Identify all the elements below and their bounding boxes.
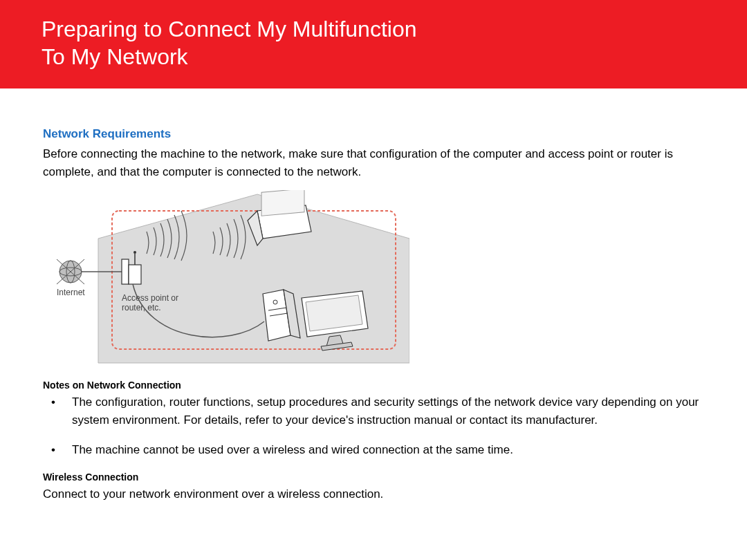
slide-title: Preparing to Connect My Multifunction To… bbox=[42, 15, 706, 71]
notes-list: The configuration, router functions, set… bbox=[43, 393, 704, 459]
page-number: 4 bbox=[717, 536, 723, 550]
svg-rect-9 bbox=[261, 190, 304, 216]
page-body: Network Requirements Before connecting t… bbox=[0, 88, 747, 560]
wireless-paragraph: Connect to your network environment over… bbox=[43, 485, 704, 503]
svg-rect-5 bbox=[122, 259, 129, 284]
internet-label: Internet bbox=[57, 288, 85, 297]
network-diagram: Internet Access point or router, etc. bbox=[50, 190, 409, 367]
svg-point-8 bbox=[133, 251, 136, 254]
internet-globe-icon bbox=[57, 259, 84, 284]
section-title: Network Requirements bbox=[43, 127, 704, 141]
notes-heading: Notes on Network Connection bbox=[43, 380, 704, 391]
title-line-2: To My Network bbox=[42, 44, 188, 69]
list-item: The configuration, router functions, set… bbox=[43, 393, 704, 429]
svg-rect-6 bbox=[129, 265, 141, 284]
intro-paragraph: Before connecting the machine to the net… bbox=[43, 145, 704, 180]
slide-header: Preparing to Connect My Multifunction To… bbox=[0, 0, 747, 88]
ap-label-line1: Access point or bbox=[122, 293, 178, 303]
wireless-heading: Wireless Connection bbox=[43, 472, 704, 483]
title-line-1: Preparing to Connect My Multifunction bbox=[42, 17, 416, 41]
list-item: The machine cannot be used over a wirele… bbox=[43, 441, 704, 459]
